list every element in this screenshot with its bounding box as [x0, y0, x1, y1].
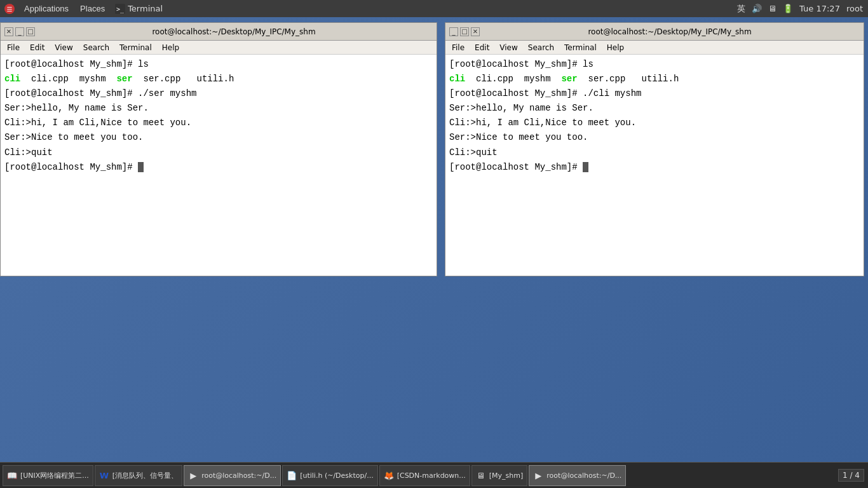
terminal-label: Terminal: [128, 4, 163, 13]
right-menu-edit[interactable]: Edit: [471, 42, 493, 53]
left-line-5: Cli:>hi, I am Cli,Nice to meet you.: [4, 116, 433, 130]
left-ser-file: ser: [116, 74, 132, 84]
left-cli-file: cli: [4, 74, 20, 84]
left-line-4: Ser:>hello, My name is Ser.: [4, 101, 433, 116]
left-line-1: [root@localhost My_shm]# ls: [4, 57, 433, 72]
taskbar-item-terminal2[interactable]: ▶ root@localhost:~/D...: [529, 465, 626, 486]
left-terminal-body[interactable]: [root@localhost My_shm]# ls cli cli.cpp …: [1, 55, 437, 276]
myshm-label: [My_shm]: [489, 471, 524, 480]
taskbar-item-myshm[interactable]: 🖥 [My_shm]: [471, 465, 528, 486]
left-line-3: [root@localhost My_shm]# ./ser myshm: [4, 86, 433, 101]
terminal-icon: >_: [115, 4, 125, 14]
left-terminal-menubar: File Edit View Search Terminal Help: [1, 41, 437, 55]
unix-icon: 📖: [7, 470, 17, 480]
left-close-button[interactable]: ✕: [4, 27, 13, 36]
page-indicator: 1 / 4: [838, 469, 864, 482]
right-line-8: [root@localhost My_shm]#: [449, 160, 860, 175]
left-line-7: Cli:>quit: [4, 146, 433, 160]
user-indicator: root: [846, 4, 863, 13]
right-menu-search[interactable]: Search: [524, 42, 558, 53]
taskbar-item-unix[interactable]: 📖 [UNIX网络编程第二...: [3, 465, 93, 486]
unix-label: [UNIX网络编程第二...: [20, 471, 89, 480]
left-terminal-title: root@localhost:~/Desktop/My_IPC/My_shm: [35, 27, 433, 36]
right-ser-file: ser: [561, 74, 577, 84]
places-menu[interactable]: Places: [75, 3, 110, 15]
right-line-3: [root@localhost My_shm]# ./cli myshm: [449, 86, 860, 101]
svg-text:☰: ☰: [7, 6, 13, 13]
right-menu-file[interactable]: File: [448, 42, 468, 53]
left-terminal-window: ✕ _ □ root@localhost:~/Desktop/My_IPC/My…: [0, 22, 437, 276]
left-maximize-button[interactable]: □: [26, 27, 35, 36]
right-menu-terminal[interactable]: Terminal: [560, 42, 600, 53]
word-icon: W: [99, 470, 109, 480]
right-terminal-title: root@localhost:~/Desktop/My_IPC/My_shm: [480, 27, 860, 36]
right-line-7: Cli:>quit: [449, 146, 860, 160]
right-maximize-button[interactable]: □: [460, 27, 469, 36]
utili-label: [utili.h (~/Desktop/...: [300, 471, 373, 480]
right-line-6: Ser:>Nice to meet you too.: [449, 130, 860, 145]
right-window-controls[interactable]: _ □ ✕: [449, 27, 480, 36]
terminal-menu[interactable]: >_ Terminal: [111, 4, 166, 14]
right-close-button[interactable]: ✕: [471, 27, 480, 36]
desktop: ✕ _ □ root@localhost:~/Desktop/My_IPC/My…: [0, 17, 868, 462]
firefox-label: [CSDN-markdown...: [397, 471, 466, 480]
right-line-1: [root@localhost My_shm]# ls: [449, 57, 860, 72]
applications-menu[interactable]: Applications: [19, 3, 74, 15]
left-menu-help[interactable]: Help: [158, 42, 183, 53]
volume-icon: 🔊: [752, 4, 762, 13]
svg-text:>_: >_: [116, 6, 125, 13]
right-cursor: [583, 162, 588, 172]
firefox-icon: 🦊: [384, 470, 394, 480]
terminal2-icon: ▶: [533, 470, 543, 480]
word-label: [消息队列、信号量、: [112, 471, 178, 480]
right-terminal-window: _ □ ✕ root@localhost:~/Desktop/My_IPC/My…: [445, 22, 864, 276]
left-menu-file[interactable]: File: [3, 42, 24, 53]
terminal1-label: root@localhost:~/D...: [201, 471, 276, 480]
right-minimize-button[interactable]: _: [449, 27, 458, 36]
taskbar-item-firefox[interactable]: 🦊 [CSDN-markdown...: [379, 465, 470, 486]
terminal2-label: root@localhost:~/D...: [546, 471, 621, 480]
myshm-icon: 🖥: [476, 470, 486, 480]
left-menu-search[interactable]: Search: [79, 42, 113, 53]
left-window-controls[interactable]: ✕ _ □: [4, 27, 35, 36]
right-terminal-menubar: File Edit View Search Terminal Help: [445, 41, 864, 55]
left-line-6: Ser:>Nice to meet you too.: [4, 130, 433, 145]
os-logo: ☰: [4, 3, 15, 15]
clock: Tue 17:27: [799, 4, 840, 13]
right-menu-view[interactable]: View: [496, 42, 521, 53]
taskbar-item-terminal1[interactable]: ▶ root@localhost:~/D...: [184, 465, 281, 486]
top-menubar: ☰ Applications Places >_ Terminal 英 🔊 🖥 …: [0, 0, 868, 17]
left-line-2: cli cli.cpp myshm ser ser.cpp utili.h: [4, 72, 433, 86]
taskbar-right: 1 / 4: [838, 469, 864, 482]
left-cursor: [138, 162, 144, 172]
right-terminal-titlebar: _ □ ✕ root@localhost:~/Desktop/My_IPC/My…: [445, 23, 864, 41]
utili-icon: 📄: [287, 470, 297, 480]
right-cli-file: cli: [449, 74, 465, 84]
right-line-4: Ser:>hello, My name is Ser.: [449, 101, 860, 116]
left-minimize-button[interactable]: _: [15, 27, 24, 36]
right-menu-help[interactable]: Help: [603, 42, 628, 53]
left-menu-view[interactable]: View: [51, 42, 76, 53]
right-line-2: cli cli.cpp myshm ser ser.cpp utili.h: [449, 72, 860, 86]
taskbar: 📖 [UNIX网络编程第二... W [消息队列、信号量、 ▶ root@loc…: [0, 462, 868, 488]
taskbar-item-word[interactable]: W [消息队列、信号量、: [95, 465, 182, 486]
right-line-5: Cli:>hi, I am Cli,Nice to meet you.: [449, 116, 860, 130]
right-terminal-body[interactable]: [root@localhost My_shm]# ls cli cli.cpp …: [445, 55, 864, 276]
system-tray: 英 🔊 🖥 🔋 Tue 17:27 root: [737, 0, 863, 17]
left-terminal-titlebar: ✕ _ □ root@localhost:~/Desktop/My_IPC/My…: [1, 23, 437, 41]
lang-indicator: 英: [737, 3, 745, 15]
battery-icon: 🔋: [783, 4, 793, 13]
left-line-8: [root@localhost My_shm]#: [4, 160, 433, 175]
left-menu-edit[interactable]: Edit: [26, 42, 48, 53]
terminal1-icon: ▶: [188, 470, 198, 480]
taskbar-item-utili[interactable]: 📄 [utili.h (~/Desktop/...: [282, 465, 377, 486]
left-menu-terminal[interactable]: Terminal: [116, 42, 156, 53]
network-icon: 🖥: [768, 4, 776, 13]
